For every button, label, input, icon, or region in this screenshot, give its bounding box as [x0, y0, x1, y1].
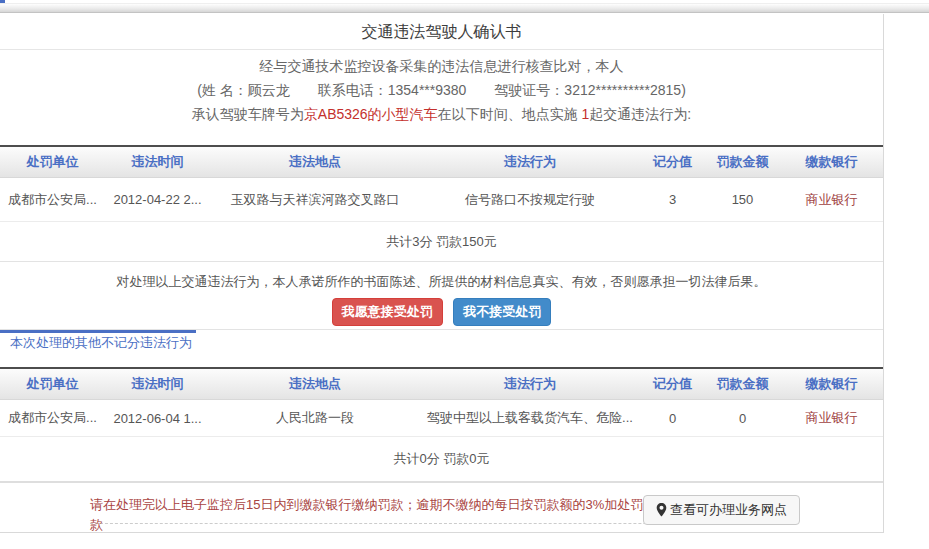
cell-bank: 商业银行 — [780, 191, 883, 209]
intro-line-identity: (姓 名：顾云龙 联系电话：1354***9380 驾驶证号：3212*****… — [0, 78, 883, 102]
accept-penalty-button[interactable]: 我愿意接受处罚 — [332, 298, 443, 326]
cell-bank: 商业银行 — [780, 409, 883, 427]
top-divider-bar — [0, 3, 929, 13]
confirmation-panel: 交通违法驾驶人确认书 经与交通技术监控设备采集的违法信息进行核查比对，本人 (姓… — [0, 14, 884, 533]
col-header-location: 违法地点 — [210, 369, 420, 399]
intro-plate-suffix: 起交通违法行为: — [589, 106, 691, 122]
col-header-fine: 罚款金额 — [705, 369, 780, 399]
view-service-outlets-label: 查看可办理业务网点 — [670, 501, 787, 519]
statement-text: 对处理以上交通违法行为，本人承诺所作的书面陈述、所提供的材料信息真实、有效，否则… — [0, 272, 883, 292]
intro-line-compare: 经与交通技术监控设备采集的违法信息进行核查比对，本人 — [0, 54, 883, 78]
payment-notice: 请在处理完以上电子监控后15日内到缴款银行缴纳罚款；逾期不缴纳的每日按罚款额的3… — [90, 495, 645, 535]
cell-time: 2012-06-04 1... — [105, 411, 210, 426]
reject-penalty-button[interactable]: 我不接受处罚 — [453, 298, 551, 326]
statement-buttons: 我愿意接受处罚 我不接受处罚 — [0, 298, 883, 326]
col-header-behavior: 违法行为 — [420, 147, 640, 177]
tab-other-violations[interactable]: 本次处理的其他不记分违法行为 — [10, 333, 192, 353]
col-header-behavior: 违法行为 — [420, 369, 640, 399]
col-header-bank: 缴款银行 — [780, 369, 883, 399]
col-header-fine: 罚款金额 — [705, 147, 780, 177]
other-violations-table-summary: 共计0分 罚款0元 — [0, 437, 883, 481]
location-pin-icon — [656, 503, 667, 517]
col-header-points: 记分值 — [640, 147, 705, 177]
col-header-time: 违法时间 — [105, 147, 210, 177]
plate-number-highlight: 京AB5326的小型汽车 — [304, 106, 438, 122]
col-header-location: 违法地点 — [210, 147, 420, 177]
other-violations-table-row: 成都市公安局... 2012-06-04 1... 人民北路一段 驾驶中型以上载… — [0, 400, 883, 437]
cell-points: 0 — [640, 411, 705, 426]
intro-line-plate: 承认驾驶车牌号为京AB5326的小型汽车在以下时间、地点实施 1起交通违法行为: — [0, 102, 883, 126]
intro-paragraph: 经与交通技术监控设备采集的违法信息进行核查比对，本人 (姓 名：顾云龙 联系电话… — [0, 50, 883, 126]
cell-behavior: 信号路口不按规定行驶 — [420, 191, 640, 209]
cell-behavior: 驾驶中型以上载客载货汽车、危险... — [420, 409, 640, 427]
view-service-outlets-button[interactable]: 查看可办理业务网点 — [643, 495, 800, 525]
col-header-unit: 处罚单位 — [0, 147, 105, 177]
page-title: 交通违法驾驶人确认书 — [0, 14, 883, 50]
cell-time: 2012-04-22 2... — [105, 192, 210, 207]
violations-table-row: 成都市公安局... 2012-04-22 2... 玉双路与天祥滨河路交叉路口 … — [0, 178, 883, 222]
cell-fine: 150 — [705, 192, 780, 207]
col-header-time: 违法时间 — [105, 369, 210, 399]
intro-plate-mid: 在以下时间、地点实施 — [438, 106, 582, 122]
section-divider — [0, 481, 883, 483]
other-violations-table-header: 处罚单位 违法时间 违法地点 违法行为 记分值 罚款金额 缴款银行 — [0, 367, 883, 400]
cell-fine: 0 — [705, 411, 780, 426]
cell-location: 玉双路与天祥滨河路交叉路口 — [210, 191, 420, 209]
intro-plate-prefix: 承认驾驶车牌号为 — [192, 106, 304, 122]
cell-unit: 成都市公安局... — [0, 409, 105, 427]
col-header-bank: 缴款银行 — [780, 147, 883, 177]
cell-location: 人民北路一段 — [210, 409, 420, 427]
col-header-unit: 处罚单位 — [0, 369, 105, 399]
cell-unit: 成都市公安局... — [0, 191, 105, 209]
col-header-points: 记分值 — [640, 369, 705, 399]
violations-table-summary: 共计3分 罚款150元 — [0, 222, 883, 262]
cell-points: 3 — [640, 192, 705, 207]
violations-table-header: 处罚单位 违法时间 违法地点 违法行为 记分值 罚款金额 缴款银行 — [0, 145, 883, 178]
statement-section: 对处理以上交通违法行为，本人承诺所作的书面陈述、所提供的材料信息真实、有效，否则… — [0, 262, 883, 330]
